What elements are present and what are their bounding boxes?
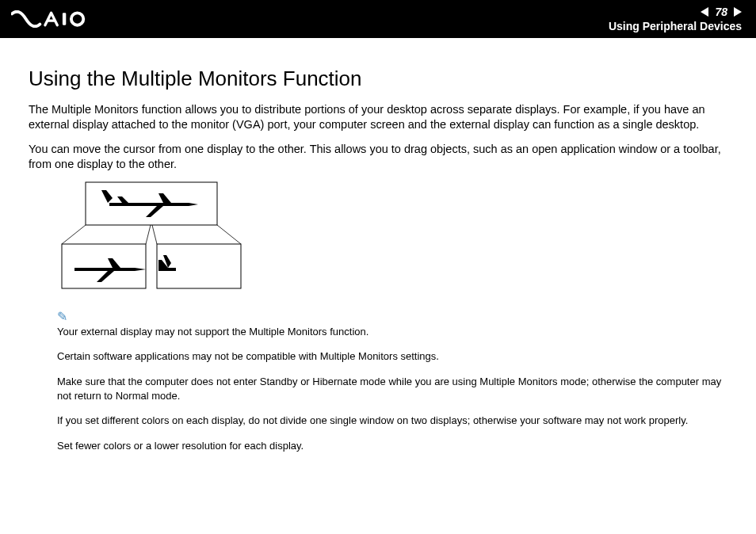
notes-block: ✎ Your external display may not support … (57, 311, 732, 452)
prev-page-icon[interactable] (701, 7, 708, 17)
svg-line-3 (62, 225, 86, 244)
page-number: 78 (715, 6, 727, 18)
note-4: If you set different colors on each disp… (57, 414, 732, 428)
header-right: 78 Using Peripheral Devices (609, 6, 742, 32)
svg-line-4 (146, 225, 151, 244)
svg-point-1 (71, 13, 83, 25)
section-title: Using Peripheral Devices (609, 20, 742, 32)
page-header: 78 Using Peripheral Devices (0, 0, 756, 38)
multiple-monitors-figure (57, 181, 246, 296)
svg-rect-7 (62, 244, 146, 288)
note-1: Your external display may not support th… (57, 325, 732, 339)
svg-line-5 (152, 225, 157, 244)
note-5: Set fewer colors or a lower resolution f… (57, 439, 732, 453)
note-2: Certain software applications may not be… (57, 349, 732, 364)
page-heading: Using the Multiple Monitors Function (29, 67, 732, 91)
page-content: Using the Multiple Monitors Function The… (0, 38, 756, 452)
next-page-icon[interactable] (734, 7, 742, 17)
page-navigation: 78 (609, 6, 742, 18)
paragraph-1: The Multiple Monitors function allows yo… (29, 102, 732, 132)
note-3: Make sure that the computer does not ent… (57, 375, 732, 402)
paragraph-2: You can move the cursor from one display… (29, 142, 732, 172)
vaio-logo (11, 10, 107, 28)
svg-rect-8 (157, 244, 241, 288)
note-icon: ✎ (57, 311, 67, 323)
svg-line-6 (217, 225, 241, 244)
svg-rect-0 (63, 13, 66, 25)
